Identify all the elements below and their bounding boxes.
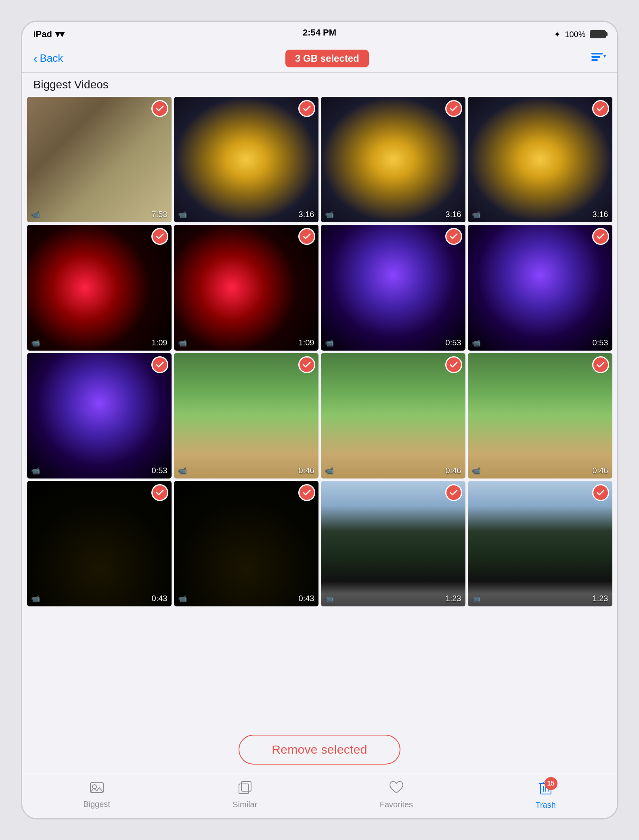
- video-camera-icon: 📹: [325, 466, 334, 475]
- tab-biggest[interactable]: Biggest: [83, 781, 110, 809]
- selection-check: [445, 484, 462, 501]
- selection-check: [298, 100, 315, 117]
- video-cell[interactable]: 📹 7:53: [27, 97, 172, 222]
- selection-check: [151, 356, 168, 373]
- tab-similar-label: Similar: [233, 800, 257, 809]
- video-camera-icon: 📹: [472, 210, 481, 219]
- nav-bar: ‹ Back 3 GB selected: [22, 44, 617, 73]
- sort-icon[interactable]: [591, 52, 606, 65]
- svg-rect-0: [591, 53, 603, 54]
- video-cell[interactable]: 📹 1:23: [468, 481, 612, 606]
- selection-check: [445, 100, 462, 117]
- nav-center: 3 GB selected: [285, 50, 369, 67]
- video-cell[interactable]: 📹 3:16: [174, 97, 318, 222]
- selection-check: [151, 228, 168, 245]
- video-grid: 📹 7:53 📹 3:16 📹 3:16: [27, 97, 612, 606]
- video-cell[interactable]: 📹 0:43: [27, 481, 172, 606]
- video-cell[interactable]: 📹 0:46: [174, 353, 318, 479]
- svg-rect-2: [591, 59, 598, 61]
- ipad-frame: iPad ▾▾ 2:54 PM ✦ 100% ‹ Back 3 GB selec…: [21, 21, 618, 819]
- video-duration: 0:43: [152, 594, 168, 603]
- video-camera-icon: 📹: [325, 339, 334, 347]
- section-title: Biggest Videos: [34, 78, 109, 91]
- video-camera-icon: 📹: [31, 339, 40, 347]
- video-duration: 1:09: [299, 338, 314, 347]
- nav-right-controls: [591, 52, 606, 65]
- selection-check: [445, 228, 462, 245]
- video-cell[interactable]: 📹 0:46: [321, 353, 465, 479]
- video-camera-icon: 📹: [178, 466, 187, 475]
- tab-similar[interactable]: Similar: [233, 781, 257, 809]
- video-duration: 0:53: [446, 338, 461, 347]
- video-cell[interactable]: 📹 0:46: [468, 353, 612, 479]
- svg-marker-3: [603, 55, 606, 58]
- video-grid-area[interactable]: 📹 7:53 📹 3:16 📹 3:16: [22, 95, 617, 725]
- status-right: ✦ 100%: [554, 29, 605, 39]
- video-camera-icon: 📹: [31, 594, 40, 603]
- back-chevron-icon: ‹: [34, 52, 38, 65]
- video-camera-icon: 📹: [178, 210, 187, 219]
- selection-check: [592, 356, 609, 373]
- video-cell[interactable]: 📹 0:43: [174, 481, 318, 606]
- video-camera-icon: 📹: [325, 210, 334, 219]
- battery-fill: [591, 31, 605, 38]
- video-duration: 0:46: [446, 466, 461, 475]
- video-camera-icon: 📹: [31, 210, 40, 219]
- video-cell[interactable]: 📹 0:53: [27, 353, 172, 479]
- video-camera-icon: 📹: [178, 594, 187, 603]
- status-time: 2:54 PM: [303, 27, 336, 38]
- status-left: iPad ▾▾: [34, 29, 64, 40]
- selection-check: [445, 356, 462, 373]
- selection-check: [298, 484, 315, 501]
- video-duration: 1:09: [152, 338, 168, 347]
- video-duration: 0:53: [593, 338, 608, 347]
- battery-pct: 100%: [565, 30, 585, 39]
- video-camera-icon: 📹: [472, 466, 481, 475]
- battery-bar: [590, 30, 606, 38]
- video-cell[interactable]: 📹 1:09: [27, 225, 172, 350]
- selection-check: [592, 484, 609, 501]
- video-duration: 0:46: [593, 466, 608, 475]
- video-cell[interactable]: 📹 0:53: [468, 225, 612, 350]
- tab-favorites-label: Favorites: [380, 800, 413, 809]
- similar-tab-icon: [238, 781, 252, 798]
- selection-check: [151, 484, 168, 501]
- back-label: Back: [40, 52, 63, 65]
- tab-biggest-label: Biggest: [83, 800, 110, 809]
- video-cell[interactable]: 📹 1:23: [321, 481, 465, 606]
- tab-favorites[interactable]: Favorites: [380, 781, 413, 809]
- video-cell[interactable]: 📹 3:16: [468, 97, 612, 222]
- video-cell[interactable]: 📹 3:16: [321, 97, 465, 222]
- video-camera-icon: 📹: [178, 339, 187, 347]
- remove-selected-button[interactable]: Remove selected: [239, 735, 400, 765]
- section-header: Biggest Videos: [22, 73, 617, 95]
- selection-check: [592, 228, 609, 245]
- video-duration: 1:23: [446, 594, 461, 603]
- selected-badge: 3 GB selected: [285, 50, 369, 67]
- tab-trash[interactable]: 15 Trash: [535, 780, 555, 810]
- video-duration: 0:46: [299, 466, 314, 475]
- tab-trash-label: Trash: [535, 800, 555, 810]
- biggest-tab-icon: [90, 781, 104, 797]
- device-label: iPad: [34, 29, 52, 40]
- video-cell[interactable]: 📹 0:53: [321, 225, 465, 350]
- wifi-icon: ▾▾: [55, 29, 64, 40]
- back-button[interactable]: ‹ Back: [34, 52, 63, 65]
- video-camera-icon: 📹: [31, 466, 40, 475]
- video-camera-icon: 📹: [325, 594, 334, 603]
- trash-badge: 15: [545, 777, 557, 790]
- video-camera-icon: 📹: [472, 339, 481, 347]
- video-duration: 3:16: [299, 210, 314, 219]
- selection-check: [298, 356, 315, 373]
- video-camera-icon: 📹: [472, 594, 481, 603]
- video-duration: 0:43: [299, 594, 314, 603]
- video-duration: 3:16: [593, 210, 608, 219]
- selection-check: [151, 100, 168, 117]
- video-cell[interactable]: 📹 1:09: [174, 225, 318, 350]
- favorites-tab-icon: [389, 781, 404, 798]
- svg-rect-6: [239, 784, 249, 794]
- video-duration: 1:23: [593, 594, 608, 603]
- status-bar: iPad ▾▾ 2:54 PM ✦ 100%: [22, 22, 617, 44]
- tab-bar: Biggest Similar Favorites: [22, 774, 617, 818]
- selection-check: [298, 228, 315, 245]
